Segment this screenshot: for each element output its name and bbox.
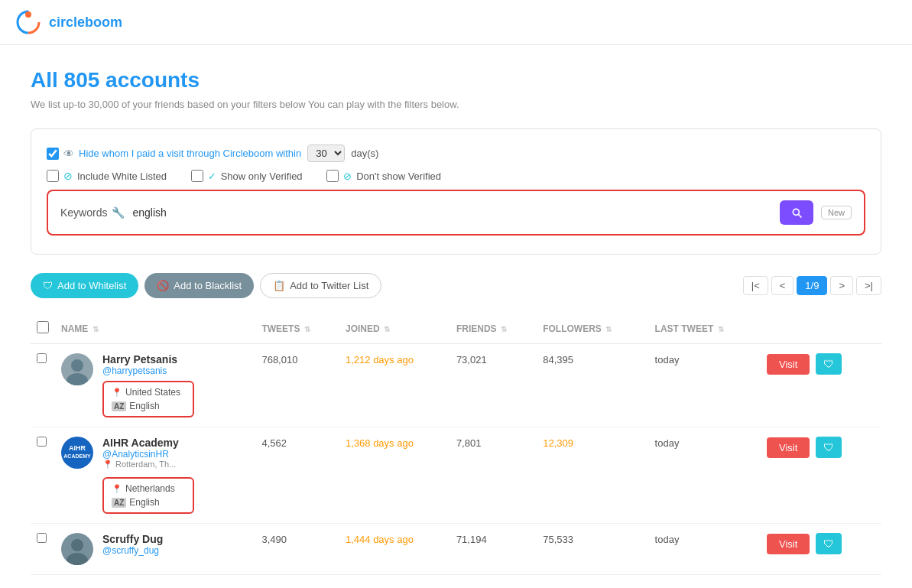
pagination-first[interactable]: |< <box>743 276 768 295</box>
visit-button-2[interactable]: Visit <box>767 437 810 458</box>
svg-point-5 <box>71 539 83 551</box>
tweets-cell-2: 4,562 <box>255 427 339 524</box>
pagination-prev[interactable]: < <box>771 276 794 295</box>
twitter-list-icon: 📋 <box>273 280 285 291</box>
last-tweet-cell-3: today <box>649 524 761 575</box>
language-2: AZ English <box>112 497 185 508</box>
hide-visit-label: Hide whom I paid a visit through Circleb… <box>79 148 301 159</box>
language-icon: AZ <box>112 401 126 411</box>
dont-show-verified-checkbox-label[interactable]: ⊘ Don't show Verified <box>326 170 441 182</box>
col-joined: JOINED ⇅ <box>339 313 450 344</box>
add-whitelist-button[interactable]: 🛡 Add to Whitelist <box>31 273 138 298</box>
keywords-label: Keywords 🔧 <box>60 206 125 219</box>
account-cell-3: Scruffy Dug @scruffy_dug <box>55 524 255 575</box>
joined-cell-3: 1,444 days ago <box>339 524 450 575</box>
table-body: Harry Petsanis @harrypetsanis 📍 United S… <box>31 344 881 575</box>
name-sort-icon[interactable]: ⇅ <box>92 325 99 333</box>
account-cell-1: Harry Petsanis @harrypetsanis 📍 United S… <box>55 344 255 427</box>
verified-icon: ✓ <box>208 171 216 182</box>
new-badge: New <box>821 206 852 219</box>
keywords-box: Keywords 🔧 New <box>47 190 865 236</box>
joined-sort-icon[interactable]: ⇅ <box>384 325 390 333</box>
filter-box: 👁 Hide whom I paid a visit through Circl… <box>31 128 881 255</box>
whitelist-button-2[interactable]: 🛡 <box>816 437 842 458</box>
last-tweet-cell-1: today <box>649 344 761 427</box>
svg-point-6 <box>67 553 88 565</box>
main-content: All 805 accounts We list up-to 30,000 of… <box>0 45 912 588</box>
account-info-3: Scruffy Dug @scruffy_dug <box>61 533 249 565</box>
account-location-text-2: 📍 Rotterdam, Th... <box>102 460 249 469</box>
whitelist-button-3[interactable]: 🛡 <box>816 533 842 554</box>
svg-point-4 <box>67 373 88 385</box>
row-checkbox-1[interactable] <box>37 353 47 363</box>
pagination: |< < 1/9 > >| <box>743 276 881 295</box>
followers-sort-icon[interactable]: ⇅ <box>605 325 612 333</box>
accounts-table: NAME ⇅ TWEETS ⇅ JOINED ⇅ FRIENDS ⇅ FOLLO… <box>31 313 881 575</box>
col-followers: FOLLOWERS ⇅ <box>537 313 648 344</box>
friends-sort-icon[interactable]: ⇅ <box>501 325 507 333</box>
pagination-last[interactable]: >| <box>856 276 881 295</box>
visit-button-3[interactable]: Visit <box>767 534 810 554</box>
days-select[interactable]: 30 7 14 60 90 <box>307 145 345 162</box>
account-detail-box-1: 📍 United States AZ English <box>102 381 194 417</box>
action-bar: 🛡 Add to Whitelist 🚫 Add to Blacklist 📋 … <box>31 273 881 298</box>
avatar-person-icon <box>61 353 93 385</box>
followers-cell-1: 84,395 <box>537 344 648 427</box>
account-name-1: Harry Petsanis <box>102 353 249 365</box>
show-verified-checkbox[interactable] <box>191 170 203 182</box>
no-verified-icon: ⊘ <box>343 171 352 182</box>
dont-show-verified-label: Don't show Verified <box>356 171 441 182</box>
shield-action-icon: 🛡 <box>823 358 834 370</box>
friends-cell-2: 7,801 <box>450 427 537 524</box>
logo: circleboom <box>15 9 122 35</box>
last-tweet-sort-icon[interactable]: ⇅ <box>718 325 724 333</box>
col-last-tweet: LAST TWEET ⇅ <box>649 313 761 344</box>
row-checkbox-2[interactable] <box>37 437 47 447</box>
visit-button-1[interactable]: Visit <box>767 354 810 375</box>
pagination-next[interactable]: > <box>830 276 853 295</box>
include-whitelisted-checkbox-label[interactable]: ⊘ Include White Listed <box>47 170 167 182</box>
joined-cell-1: 1,212 days ago <box>339 344 450 427</box>
days-label: day(s) <box>351 148 378 159</box>
hide-visit-checkbox-label[interactable]: 👁 Hide whom I paid a visit through Circl… <box>47 148 301 160</box>
hide-visit-checkbox[interactable] <box>47 148 59 160</box>
show-verified-checkbox-label[interactable]: ✓ Show only Verified <box>191 170 303 182</box>
page-subtitle: We list up-to 30,000 of your friends bas… <box>31 99 881 110</box>
location-1: 📍 United States <box>112 387 185 398</box>
last-tweet-cell-2: today <box>649 427 761 524</box>
row-actions-3: Visit 🛡 <box>767 533 875 554</box>
add-blacklist-button[interactable]: 🚫 Add to Blacklist <box>144 273 254 298</box>
filter-row-hide-visit: 👁 Hide whom I paid a visit through Circl… <box>47 145 865 162</box>
svg-point-3 <box>71 359 83 372</box>
col-actions <box>761 313 881 344</box>
keywords-input[interactable] <box>132 206 772 219</box>
avatar-2: AIHRACADEMY <box>61 437 93 469</box>
account-detail-box-2: 📍 Netherlands AZ English <box>102 477 194 514</box>
search-button[interactable] <box>780 200 813 225</box>
language-icon-2: AZ <box>112 498 126 508</box>
col-tweets: TWEETS ⇅ <box>255 313 339 344</box>
joined-cell-2: 1,368 days ago <box>339 427 450 524</box>
account-name-2: AIHR Academy <box>102 437 249 449</box>
friends-cell-1: 73,021 <box>450 344 537 427</box>
whitelist-shield-icon: 🛡 <box>43 280 53 291</box>
pagination-current[interactable]: 1/9 <box>797 276 827 295</box>
actions-cell-2: Visit 🛡 <box>761 427 881 524</box>
friends-cell-3: 71,194 <box>450 524 537 575</box>
shield-icon: ⊘ <box>63 170 73 182</box>
row-actions-2: Visit 🛡 <box>767 437 875 458</box>
location-pin-icon-2: 📍 <box>112 484 122 494</box>
dont-show-verified-checkbox[interactable] <box>326 170 339 182</box>
add-twitter-list-button[interactable]: 📋 Add to Twitter List <box>260 273 381 298</box>
tweets-sort-icon[interactable]: ⇅ <box>304 325 310 333</box>
avatar-3 <box>61 533 93 565</box>
account-count: 805 <box>64 68 100 92</box>
include-whitelisted-checkbox[interactable] <box>47 170 59 182</box>
eye-icon: 👁 <box>63 148 74 160</box>
tweets-cell-1: 768,010 <box>255 344 339 427</box>
account-info-2: AIHRACADEMY AIHR Academy @AnalyticsinHR … <box>61 437 249 514</box>
select-all-checkbox[interactable] <box>37 321 49 333</box>
row-checkbox-3[interactable] <box>37 533 47 543</box>
actions-cell-1: Visit 🛡 <box>761 344 881 427</box>
whitelist-button-1[interactable]: 🛡 <box>816 353 842 375</box>
